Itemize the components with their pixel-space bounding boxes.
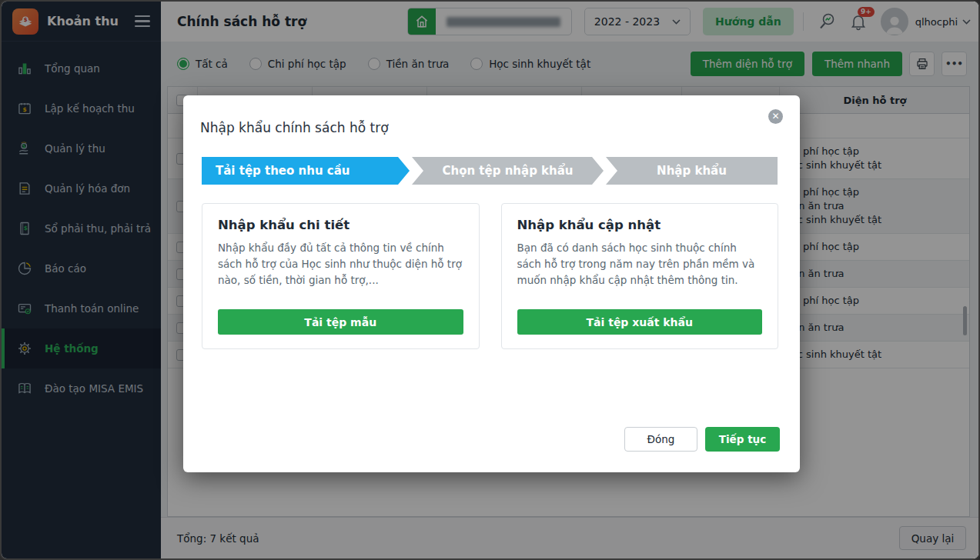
close-button[interactable]: Đóng: [624, 427, 697, 452]
wizard-stepper: Tải tệp theo nhu cầu Chọn tệp nhập khẩu …: [202, 157, 778, 185]
import-policy-modal: Nhập khẩu chính sách hỗ trợ ✕ Tải tệp th…: [183, 95, 800, 472]
download-template-button[interactable]: Tải tệp mẫu: [218, 309, 463, 335]
card-title: Nhập khẩu chi tiết: [218, 218, 463, 232]
continue-button[interactable]: Tiếp tục: [705, 427, 780, 452]
download-export-file-button[interactable]: Tải tệp xuất khẩu: [517, 309, 763, 335]
step-tai-tep-theo-nhu-cau: Tải tệp theo nhu cầu: [202, 157, 410, 185]
card-import-update: Nhập khẩu cập nhật Bạn đã có danh sách h…: [501, 203, 779, 349]
card-description: Bạn đã có danh sách học sinh thuộc chính…: [517, 240, 763, 288]
step-chon-tep-nhap-khau: Chọn tệp nhập khẩu: [412, 157, 604, 185]
close-icon[interactable]: ✕: [768, 109, 783, 124]
app-window: $ Khoản thu Tổng quan $ Lập kế hoạch thu…: [0, 0, 980, 560]
card-description: Nhập khẩu đầy đủ tất cả thông tin về chí…: [218, 240, 463, 288]
modal-title: Nhập khẩu chính sách hỗ trợ: [200, 120, 389, 135]
card-title: Nhập khẩu cập nhật: [517, 218, 763, 232]
step-nhap-khau: Nhập khẩu: [606, 157, 778, 185]
card-import-detail: Nhập khẩu chi tiết Nhập khẩu đầy đủ tất …: [202, 203, 480, 349]
